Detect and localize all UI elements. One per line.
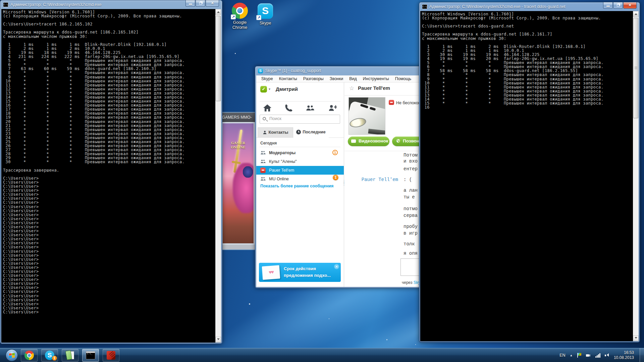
browser-window-game-site[interactable]: GAMERS MMO- GAMERONLINE (221, 112, 256, 250)
group-icon (260, 150, 266, 156)
network-signal-icon[interactable] (595, 353, 600, 358)
console-area: Microsoft Windows [Version 6.1.7601] (c)… (420, 11, 639, 341)
person-icon (263, 130, 267, 135)
taskbar-button-media-player[interactable] (103, 349, 119, 362)
wallpaper-sparkle (235, 53, 236, 54)
clock[interactable]: 16:53 10.08.2013 (614, 350, 634, 360)
action-center-flag-icon[interactable] (577, 353, 582, 358)
contact-row[interactable]: Pauer Tell'em (256, 166, 344, 175)
taskbar: S 1 EN ▲ 16:53 10.08.2013 (0, 348, 644, 362)
wallpaper-sparkle (249, 303, 250, 305)
game-site-header: GAMERS MMO- (221, 113, 255, 122)
power-plug-icon[interactable] (586, 353, 591, 358)
console-area: Microsoft Windows [Version 6.1.7601] (c)… (1, 9, 221, 343)
cmd-right-titlebar[interactable]: C:\ Администратор: C:\Windows\system32\c… (419, 2, 640, 11)
divider (260, 147, 340, 147)
tab-contacts[interactable]: Контакты (258, 127, 293, 138)
minimize-button[interactable] (603, 2, 613, 9)
menu-item-разговоры[interactable]: Разговоры (300, 75, 327, 81)
desktop-icon-chrome[interactable]: ↗ Google Chrome (227, 3, 253, 30)
media-player-icon (107, 351, 115, 360)
skype-window-icon: S (258, 68, 263, 73)
menu-item-помощь[interactable]: Помощь (392, 75, 414, 81)
notepad-icon (66, 351, 74, 360)
contact-list: Модераторы1Культ "Алены"Pauer Tell'emMU … (256, 148, 344, 183)
scroll-down-icon[interactable] (633, 336, 639, 341)
do-not-disturb-icon (260, 168, 266, 173)
clock-icon (296, 130, 301, 134)
contact-name: Pauer Tell'em (269, 168, 294, 173)
desktop-icon-label: Skype (252, 21, 278, 26)
skype-titlebar[interactable]: S Skype™ [1] - cuatrog_support (255, 66, 429, 75)
start-button[interactable] (3, 349, 20, 362)
language-indicator[interactable]: EN (559, 353, 565, 358)
close-button[interactable]: ✕ (623, 2, 637, 9)
contact-row[interactable]: Модераторы1 (256, 148, 344, 157)
chrome-icon (24, 351, 34, 360)
contact-name: Культ "Алены" (269, 159, 297, 164)
cmd-window-right: C:\ Администратор: C:\Windows\system32\c… (419, 2, 640, 343)
scroll-up-icon[interactable] (215, 9, 221, 15)
chat-message: в игр (404, 231, 418, 236)
tab-recent[interactable]: Последние (293, 127, 329, 138)
chat-message: потмо (404, 206, 418, 212)
contact-row[interactable]: MU Online (256, 175, 344, 183)
divider (260, 101, 340, 102)
menu-item-звонки[interactable]: Звонки (327, 75, 346, 81)
restore-button[interactable] (613, 2, 623, 9)
promo-banner[interactable]: ♥♥ Срок действияпредложения подхо... ✕ (259, 263, 341, 282)
artwork-figure (243, 166, 253, 178)
contacts-group-icon[interactable] (306, 104, 315, 112)
skype-main: ✓ ▾ Дмитрий (256, 82, 428, 287)
cmd-left-title: Администратор: C:\Windows\system32\cmd.e… (10, 2, 102, 7)
menu-item-контакты[interactable]: Контакты (276, 75, 300, 81)
search-box[interactable] (260, 115, 340, 124)
game-site-artwork: GAMERONLINE (223, 123, 254, 243)
tray-time: 16:53 (614, 350, 634, 355)
windows-orb-icon (6, 349, 18, 361)
scrollbar[interactable] (215, 9, 221, 343)
group-icon (260, 159, 266, 164)
contacts-tabs: Контакты Последние 1 (256, 127, 344, 138)
desktop-icon-skype[interactable]: S ↗ Skype (252, 3, 278, 26)
scrollbar-thumb[interactable] (216, 16, 221, 101)
scrollbar-thumb[interactable] (633, 18, 638, 118)
show-earlier-messages-link[interactable]: Показать более ранние сообщения (260, 184, 333, 188)
cmd-right-title: Администратор: C:\Windows\system32\cmd.e… (429, 4, 566, 9)
scrollbar[interactable] (633, 11, 639, 341)
taskbar-button-skype[interactable]: S 1 (41, 349, 58, 362)
hidden-icons-arrow[interactable]: ▲ (570, 354, 573, 357)
cmd-left-titlebar[interactable]: C:\ Администратор: C:\Windows\system32\c… (0, 0, 222, 9)
chat-message: ты е (404, 194, 415, 200)
scroll-down-icon[interactable] (215, 337, 221, 343)
phone-icon[interactable] (284, 104, 293, 112)
presence-status-icon[interactable]: ✓ (260, 86, 267, 93)
chat-message: а лан (404, 188, 418, 193)
menu-item-инструменты[interactable]: Инструменты (360, 75, 392, 81)
skype-chat-panel: ☆ Pauer Tell'em Не беспокоит (344, 82, 428, 287)
console-output: Microsoft Windows [Version 6.1.7601] (c)… (422, 12, 603, 109)
wallpaper-sparkle (329, 318, 329, 319)
taskbar-button-cmd[interactable] (82, 349, 99, 362)
volume-icon[interactable] (605, 353, 609, 358)
restore-button[interactable] (196, 0, 205, 7)
contact-row[interactable]: Культ "Алены" (256, 157, 344, 166)
close-button[interactable]: ✕ (206, 0, 219, 7)
home-icon[interactable] (263, 104, 272, 112)
chat-message: ентер (404, 166, 418, 172)
taskbar-button-chrome[interactable] (21, 349, 38, 362)
search-input[interactable] (269, 116, 336, 121)
menu-item-skype[interactable]: Skype (258, 75, 276, 81)
close-icon[interactable]: ✕ (334, 264, 339, 269)
show-desktop-button[interactable] (640, 348, 644, 362)
cmd-icon: C:\ (422, 4, 427, 9)
add-contact-icon[interactable] (328, 104, 337, 112)
menu-item-вид[interactable]: Вид (346, 75, 360, 81)
skype-toolbar (256, 103, 344, 113)
chat-message: и вхо (404, 159, 418, 164)
scroll-up-icon[interactable] (633, 11, 639, 17)
taskbar-button-notepad[interactable] (62, 349, 78, 362)
minimize-button[interactable] (185, 0, 195, 7)
chevron-down-icon[interactable]: ▾ (269, 87, 270, 91)
contact-unread-badge: 1 (332, 150, 338, 155)
